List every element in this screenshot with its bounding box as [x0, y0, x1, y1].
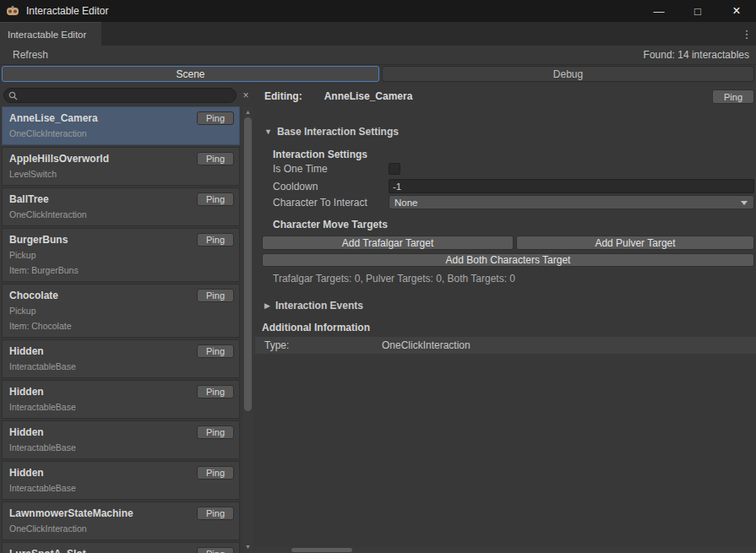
add-trafalgar-target-button[interactable]: Add Trafalgar Target [262, 236, 514, 250]
interactable-list: Ping AnneLise_Camera OneClickInteraction… [2, 106, 240, 553]
cooldown-input[interactable] [389, 179, 754, 193]
scene-list-panel: × Ping AnneLise_Camera OneClickInteracti… [0, 83, 255, 553]
character-to-interact-row: Character To Interact None [273, 195, 754, 209]
item-type: OneClickInteraction [9, 209, 232, 220]
ping-button[interactable]: Ping [197, 192, 234, 206]
is-one-time-row: Is One Time [273, 163, 754, 175]
ping-button[interactable]: Ping [197, 507, 234, 520]
tab-interactable-editor[interactable]: Interactable Editor [0, 22, 101, 46]
close-button[interactable]: × [717, 0, 756, 22]
toolbar: Refresh Found: 14 interactables [0, 46, 756, 65]
search-icon [8, 91, 18, 100]
window-title: Interactable Editor [26, 5, 108, 17]
ping-button[interactable]: Ping [197, 289, 234, 302]
move-targets-header: Character Move Targets [273, 219, 388, 230]
ping-button[interactable]: Ping [197, 426, 234, 439]
search-row: × [0, 88, 255, 103]
foldout-label: Base Interaction Settings [277, 126, 399, 138]
ping-button[interactable]: Ping [197, 233, 234, 247]
additional-info-header: Additional Information [262, 322, 370, 333]
dropdown-value: None [394, 198, 418, 208]
item-type: OneClickInteraction [9, 128, 232, 139]
editor-tabstrip: Interactable Editor ⋮ [0, 22, 756, 46]
tab-scene[interactable]: Scene [2, 66, 379, 82]
targets-summary: Trafalgar Targets: 0, Pulver Targets: 0,… [273, 273, 515, 285]
cooldown-label: Cooldown [273, 181, 389, 192]
foldout-open-icon: ▼ [264, 127, 272, 136]
inspector-ping-button[interactable]: Ping [712, 89, 754, 104]
maximize-button[interactable]: □ [678, 0, 717, 22]
list-item[interactable]: Ping Hidden InteractableBase [2, 339, 240, 378]
ping-button[interactable]: Ping [197, 152, 234, 165]
is-one-time-label: Is One Time [273, 163, 389, 175]
item-type: OneClickInteraction [9, 523, 232, 534]
list-item[interactable]: Ping Hidden InteractableBase [2, 420, 240, 459]
list-item[interactable]: Ping Hidden InteractableBase [2, 461, 240, 500]
overflow-menu-icon[interactable]: ⋮ [741, 22, 753, 46]
list-item[interactable]: Ping Chocolate Pickup Item: Chocolate [2, 284, 240, 338]
found-count-label: Found: 14 interactables [644, 49, 749, 61]
type-row: Type: OneClickInteraction [255, 337, 756, 354]
cooldown-row: Cooldown [273, 179, 754, 193]
item-type: Pickup [9, 250, 232, 261]
list-item[interactable]: Ping Hidden InteractableBase [2, 380, 240, 419]
ping-button[interactable]: Ping [197, 111, 234, 125]
list-item[interactable]: Ping LureSpotA_Slot [2, 542, 240, 553]
list-item[interactable]: Ping AppleHillsOverworld LevelSwitch [2, 147, 240, 186]
horizontal-scrollbar[interactable] [255, 547, 756, 553]
type-value: OneClickInteraction [382, 339, 470, 351]
scroll-down-icon[interactable]: ▼ [242, 541, 253, 551]
window-controls: — □ × [639, 0, 756, 22]
item-type: LevelSwitch [9, 169, 232, 180]
ping-button[interactable]: Ping [197, 466, 234, 480]
chevron-down-icon [741, 201, 748, 205]
foldout-label: Interaction Events [275, 300, 363, 312]
list-item[interactable]: Ping LawnmowerStateMachine OneClickInter… [2, 501, 240, 540]
ping-button[interactable]: Ping [197, 344, 234, 358]
inspector-panel: Editing: AnneLise_Camera Ping ▼ Base Int… [255, 83, 756, 553]
item-type: InteractableBase [9, 442, 232, 453]
item-type: Pickup [9, 306, 232, 317]
item-type: InteractableBase [9, 402, 232, 413]
list-item[interactable]: Ping BurgerBuns Pickup Item: BurgerBuns [2, 228, 240, 282]
is-one-time-checkbox[interactable] [389, 163, 400, 175]
add-both-targets-button[interactable]: Add Both Characters Target [262, 253, 754, 267]
foldout-closed-icon: ▶ [264, 301, 270, 310]
character-to-interact-label: Character To Interact [273, 197, 389, 209]
editing-label: Editing: [264, 90, 302, 102]
character-to-interact-dropdown[interactable]: None [389, 195, 754, 209]
search-input[interactable] [18, 90, 236, 100]
item-type: InteractableBase [9, 483, 232, 494]
ping-button[interactable]: Ping [197, 385, 234, 398]
foldout-interaction-events[interactable]: ▶ Interaction Events [264, 300, 363, 312]
titlebar: Interactable Editor — □ × [0, 0, 756, 22]
item-detail: Item: Chocolate [9, 321, 232, 332]
ping-button[interactable]: Ping [197, 547, 234, 553]
item-detail: Item: BurgerBuns [9, 265, 232, 276]
search-field[interactable] [3, 88, 237, 103]
list-item[interactable]: Ping AnneLise_Camera OneClickInteraction [2, 106, 240, 145]
editing-row: Editing: AnneLise_Camera [264, 90, 412, 102]
foldout-base-interaction-settings[interactable]: ▼ Base Interaction Settings [264, 126, 399, 138]
hscrollbar-thumb[interactable] [291, 548, 352, 552]
search-clear-icon[interactable]: × [240, 89, 252, 101]
item-type: InteractableBase [9, 361, 232, 372]
minimize-button[interactable]: — [639, 0, 678, 22]
app-icon [6, 4, 19, 18]
add-pulver-target-button[interactable]: Add Pulver Target [516, 236, 754, 250]
type-label: Type: [264, 339, 382, 351]
scroll-up-icon[interactable]: ▲ [242, 106, 253, 117]
interactable-editor-window: Interactable Editor — □ × Interactable E… [0, 0, 756, 553]
tab-debug[interactable]: Debug [382, 66, 754, 82]
refresh-button[interactable]: Refresh [8, 47, 53, 62]
editing-value: AnneLise_Camera [324, 90, 413, 102]
interaction-settings-header: Interaction Settings [273, 149, 367, 160]
view-tabs: Scene Debug [0, 66, 756, 83]
vertical-scrollbar[interactable]: ▲ ▼ [242, 106, 253, 553]
list-item[interactable]: Ping BallTree OneClickInteraction [2, 187, 240, 226]
scrollbar-thumb[interactable] [244, 117, 252, 411]
